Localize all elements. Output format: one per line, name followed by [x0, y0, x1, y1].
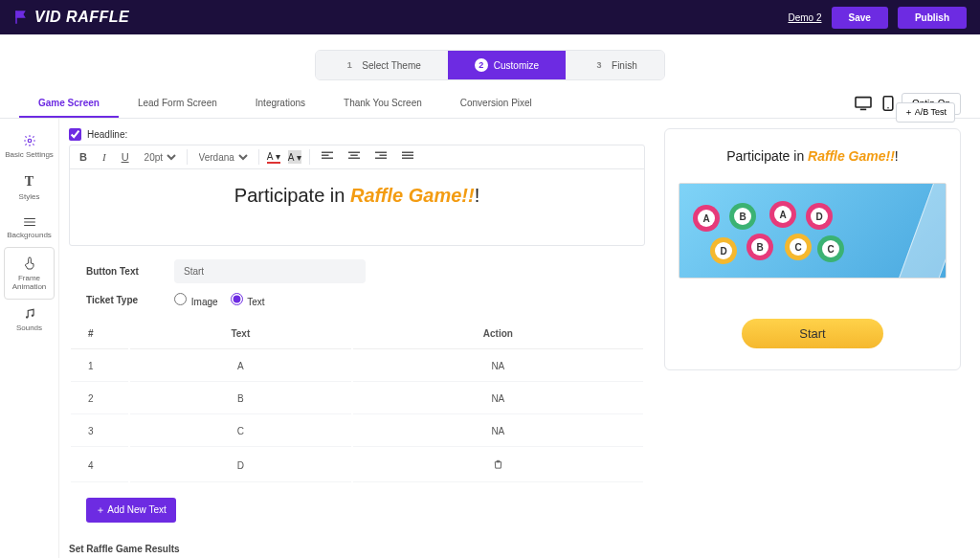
tool-label: Frame Animation: [12, 274, 47, 291]
gear-icon: [23, 134, 36, 147]
font-family-select[interactable]: Verdana: [195, 151, 251, 164]
svg-point-4: [887, 107, 889, 109]
save-button[interactable]: Save: [832, 7, 888, 29]
align-right-button[interactable]: [371, 149, 390, 165]
align-center-button[interactable]: [345, 149, 364, 165]
tool-label: Basic Settings: [5, 150, 54, 159]
cell-action: NA: [353, 351, 643, 382]
table-row: 1ANA: [71, 351, 643, 382]
topbar-right: Demo 2 Save Publish: [789, 7, 968, 29]
step-finish[interactable]: 3 Finish: [566, 51, 664, 79]
rich-text-editor: B I U 20pt Verdana A ▾ A ▾ Participate i…: [69, 145, 645, 246]
button-text-input[interactable]: [174, 259, 366, 283]
tool-label: Styles: [19, 192, 40, 201]
table-row: 4D: [71, 449, 643, 482]
font-size-select[interactable]: 20pt: [141, 151, 179, 164]
device-desktop-icon[interactable]: [852, 94, 875, 115]
preview-headline-accent: Raffle Game!!: [808, 148, 895, 164]
tool-frame-animation[interactable]: Frame Animation: [4, 247, 55, 300]
tool-styles[interactable]: T Styles: [0, 167, 58, 209]
ticket-type-radio-group: Image Text: [174, 293, 275, 307]
rte-toolbar: B I U 20pt Verdana A ▾ A ▾: [70, 145, 644, 169]
cell-index: 4: [71, 449, 128, 482]
step-number: 2: [475, 58, 488, 72]
preview-start-button[interactable]: Start: [742, 319, 882, 348]
col-text: Text: [130, 319, 351, 349]
text-color-button[interactable]: A ▾: [267, 150, 280, 164]
divider: [187, 149, 188, 165]
highlight-color-button[interactable]: A ▾: [288, 150, 301, 164]
action-na: NA: [491, 426, 504, 436]
action-na: NA: [491, 361, 504, 371]
ticket-type-image-option[interactable]: Image: [174, 297, 218, 307]
preview-game-area: ADBBACDC: [679, 183, 947, 279]
cell-action: NA: [353, 384, 643, 414]
step-select-theme[interactable]: 1 Select Theme: [316, 51, 448, 79]
tab-thank-you-screen[interactable]: Thank You Screen: [324, 90, 441, 118]
action-na: NA: [491, 393, 504, 404]
raffle-ball: A: [693, 205, 720, 232]
publish-button[interactable]: Publish: [898, 7, 967, 29]
topbar: VID RAFFLE Demo 2 Save Publish: [0, 0, 980, 34]
hand-tap-icon: [22, 256, 37, 271]
tab-game-screen[interactable]: Game Screen: [19, 90, 119, 118]
align-left-button[interactable]: [318, 149, 337, 165]
step-label: Select Theme: [362, 60, 421, 71]
text-icon: T: [4, 174, 55, 190]
raffle-ball: B: [746, 234, 773, 260]
stepper: 1 Select Theme 2 Customize 3 Finish: [0, 34, 980, 90]
ticket-type-label: Ticket Type: [86, 295, 163, 305]
align-justify-button[interactable]: [398, 149, 417, 165]
svg-point-6: [25, 316, 27, 318]
add-new-text-button[interactable]: ＋ Add New Text: [86, 498, 176, 523]
svg-rect-1: [856, 97, 871, 106]
raffle-tube: [892, 183, 947, 279]
preview-card: Participate in Raffle Game!!! ADBBACDC S…: [664, 128, 961, 370]
tickets-table: # Text Action 1ANA2BNA3CNA4D: [69, 317, 645, 484]
tool-sounds[interactable]: Sounds: [0, 300, 58, 340]
step-label: Finish: [612, 60, 637, 71]
step-customize[interactable]: 2 Customize: [448, 51, 566, 79]
tab-conversion-pixel[interactable]: Conversion Pixel: [441, 90, 551, 118]
headline-label: Headline:: [87, 129, 127, 140]
rte-content[interactable]: Participate in Raffle Game!!!: [70, 169, 644, 245]
svg-rect-2: [860, 108, 866, 110]
table-row: 3CNA: [71, 416, 643, 447]
ab-test-button[interactable]: ＋ A/B Test: [896, 102, 955, 123]
ticket-type-text-option[interactable]: Text: [231, 297, 265, 307]
trash-icon[interactable]: [493, 461, 503, 472]
demo-link[interactable]: Demo 2: [789, 12, 822, 23]
tabs-row: Game Screen Lead Form Screen Integration…: [0, 90, 980, 119]
step-number: 1: [343, 58, 356, 72]
underline-button[interactable]: U: [118, 149, 133, 165]
svg-point-5: [28, 139, 32, 143]
lines-icon: [23, 216, 36, 228]
tool-label: Sounds: [16, 324, 42, 332]
divider: [258, 149, 259, 165]
brand-text: VID RAFFLE: [34, 9, 129, 26]
button-text-label: Button Text: [86, 266, 163, 277]
step-number: 3: [592, 58, 606, 72]
cell-text: A: [130, 351, 351, 382]
raffle-ball: C: [785, 234, 812, 260]
tool-basic-settings[interactable]: Basic Settings: [0, 126, 58, 167]
col-index: #: [71, 319, 128, 349]
brand-flag-icon: [13, 9, 31, 26]
tool-backgrounds[interactable]: Backgrounds: [0, 209, 58, 247]
tab-lead-form-screen[interactable]: Lead Form Screen: [119, 90, 236, 118]
preview-headline-tail: !: [895, 148, 899, 164]
music-icon: [23, 307, 36, 321]
bold-button[interactable]: B: [76, 149, 91, 165]
editor-column: Headline: B I U 20pt Verdana A ▾ A ▾ Par…: [59, 119, 664, 558]
raffle-ball: D: [806, 203, 833, 230]
headline-checkbox[interactable]: [69, 128, 81, 141]
cell-index: 3: [71, 416, 128, 447]
svg-point-7: [31, 315, 33, 317]
tab-integrations[interactable]: Integrations: [236, 90, 324, 118]
divider: [309, 149, 310, 165]
italic-button[interactable]: I: [99, 149, 110, 165]
main: Basic Settings T Styles Backgrounds Fram…: [0, 119, 980, 558]
device-mobile-icon[interactable]: [880, 94, 896, 115]
preview-headline-plain: Participate in: [726, 148, 808, 164]
preview-headline: Participate in Raffle Game!!!: [679, 148, 947, 164]
